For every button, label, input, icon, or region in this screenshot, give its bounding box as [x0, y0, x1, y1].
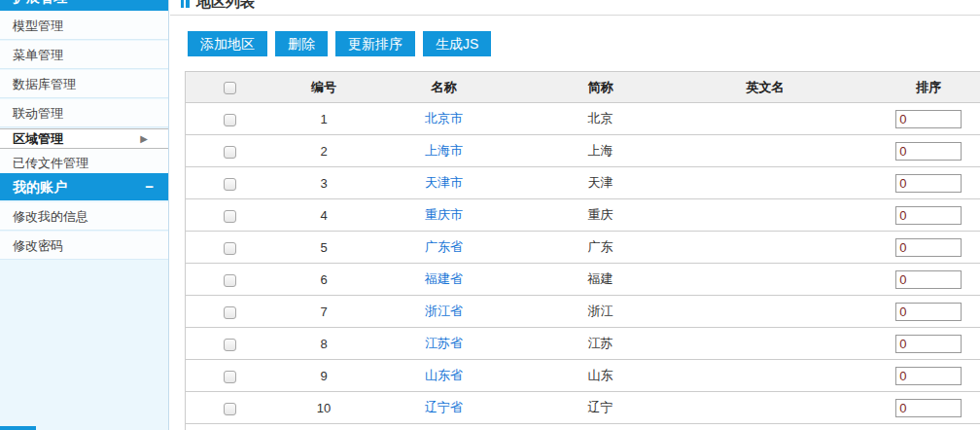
- cell-no: 2: [275, 135, 373, 167]
- region-name-link[interactable]: 辽宁省: [425, 400, 463, 414]
- minus-icon[interactable]: −: [145, 0, 154, 11]
- cell-short-name: 山东: [515, 360, 686, 392]
- table-row: 3天津市天津: [186, 167, 980, 199]
- select-all-checkbox[interactable]: [224, 82, 236, 94]
- sidebar-item[interactable]: 菜单管理: [0, 41, 168, 69]
- sidebar-item-label: 菜单管理: [13, 48, 63, 62]
- sidebar-item-label: 联动管理: [13, 106, 63, 121]
- cell-short-name: 重庆: [515, 199, 686, 232]
- cell-english-name: [686, 135, 845, 167]
- sort-input[interactable]: [895, 270, 962, 289]
- table-row: 8江苏省江苏: [186, 328, 980, 360]
- region-name-link[interactable]: 北京市: [425, 111, 463, 125]
- title-divider: [170, 15, 980, 16]
- page-title: 地区列表: [181, 0, 255, 13]
- sort-input[interactable]: [895, 206, 962, 225]
- cell-english-name: [686, 360, 845, 392]
- row-checkbox[interactable]: [224, 146, 236, 159]
- add-region-button[interactable]: 添加地区: [188, 31, 267, 56]
- sidebar: 扩展管理 − 模型管理菜单管理数据库管理联动管理区域管理▶已传文件管理 我的账户…: [0, 0, 169, 430]
- arrow-right-icon: ▶: [140, 129, 148, 148]
- table-row: 10辽宁省辽宁: [186, 392, 980, 424]
- sort-input[interactable]: [895, 110, 962, 128]
- cell-short-name: 江苏: [515, 328, 686, 360]
- region-name-link[interactable]: 江苏省: [425, 336, 463, 350]
- region-name-link[interactable]: 山东省: [425, 368, 463, 382]
- table-row: 4重庆市重庆: [186, 199, 980, 232]
- cell-short-name: 浙江: [515, 296, 686, 328]
- sidebar-item[interactable]: 数据库管理: [0, 70, 168, 98]
- row-checkbox[interactable]: [224, 403, 236, 415]
- region-name-link[interactable]: 上海市: [425, 143, 463, 158]
- list-bars-icon: [181, 0, 190, 8]
- table-row: 7浙江省浙江: [186, 296, 980, 328]
- sidebar-item[interactable]: 修改密码: [0, 232, 168, 260]
- app-window: 扩展管理 − 模型管理菜单管理数据库管理联动管理区域管理▶已传文件管理 我的账户…: [0, 0, 980, 430]
- toolbar: 添加地区删除更新排序生成JS: [188, 31, 499, 56]
- region-name-link[interactable]: 浙江省: [425, 304, 463, 318]
- cell-no: 8: [275, 328, 373, 360]
- sidebar-item[interactable]: 联动管理: [0, 99, 168, 127]
- sort-input[interactable]: [895, 399, 962, 417]
- cell-no: 4: [275, 199, 373, 232]
- cell-no: 1: [275, 103, 373, 135]
- row-checkbox[interactable]: [224, 114, 236, 126]
- sidebar-section-extension-header[interactable]: 扩展管理 −: [0, 0, 169, 11]
- sort-input[interactable]: [895, 174, 962, 193]
- cell-no: 7: [275, 296, 373, 328]
- cell-short-name: 上海: [515, 135, 686, 167]
- cell-no: 10: [275, 392, 373, 424]
- sidebar-item[interactable]: 模型管理: [0, 12, 168, 40]
- cell-english-name: [686, 199, 845, 232]
- region-name-link[interactable]: 天津市: [425, 175, 463, 190]
- sort-input[interactable]: [895, 303, 962, 321]
- cell-english-name: [686, 103, 845, 135]
- column-header-sort: 排序: [845, 72, 980, 103]
- cell-english-name: [686, 296, 845, 328]
- sidebar-item-label: 已传文件管理: [13, 156, 88, 170]
- column-header-short: 简称: [515, 72, 686, 103]
- cell-short-name: 广东: [515, 232, 686, 264]
- generate-js-button[interactable]: 生成JS: [423, 31, 491, 56]
- cell-short-name: 北京: [515, 103, 686, 135]
- table-row: 5广东省广东: [186, 232, 980, 264]
- sidebar-item-label: 模型管理: [13, 18, 63, 33]
- row-checkbox[interactable]: [224, 242, 236, 255]
- delete-button[interactable]: 删除: [275, 31, 328, 56]
- select-all-cell: [186, 72, 275, 103]
- cell-short-name: 辽宁: [515, 392, 686, 424]
- cell-english-name: [686, 392, 845, 424]
- region-name-link[interactable]: 福建省: [425, 271, 463, 286]
- partial-section-header: [0, 426, 36, 430]
- table-row: 9山东省山东: [186, 360, 980, 392]
- update-sort-button[interactable]: 更新排序: [335, 31, 415, 56]
- minus-icon[interactable]: −: [145, 173, 154, 200]
- sidebar-section-title: 扩展管理: [13, 0, 67, 5]
- row-checkbox[interactable]: [224, 306, 236, 319]
- row-checkbox[interactable]: [224, 178, 236, 191]
- sidebar-item[interactable]: 修改我的信息: [0, 202, 168, 231]
- region-name-link[interactable]: 广东省: [425, 239, 463, 254]
- row-checkbox[interactable]: [224, 371, 236, 383]
- sidebar-item-label: 修改我的信息: [13, 209, 88, 224]
- sidebar-section-account-header[interactable]: 我的账户 −: [0, 173, 169, 200]
- sort-input[interactable]: [895, 367, 962, 385]
- row-checkbox[interactable]: [224, 339, 236, 351]
- sort-input[interactable]: [895, 142, 962, 161]
- sidebar-item[interactable]: 区域管理▶: [0, 128, 169, 149]
- column-header-no: 编号: [275, 72, 373, 103]
- sort-input[interactable]: [895, 335, 962, 353]
- sidebar-item-label: 区域管理: [13, 131, 63, 146]
- sort-input[interactable]: [895, 238, 962, 257]
- cell-short-name: 福建: [515, 264, 686, 296]
- column-header-name: 名称: [373, 72, 515, 103]
- table-row: 1北京市北京: [186, 103, 980, 135]
- row-checkbox[interactable]: [224, 210, 236, 223]
- region-table: 编号 名称 简称 英文名 排序 1北京市北京2上海市上海3天津市天津4重庆市重庆…: [185, 71, 980, 430]
- region-name-link[interactable]: 重庆市: [425, 207, 463, 222]
- cell-short-name: 天津: [515, 167, 686, 199]
- row-checkbox[interactable]: [224, 274, 236, 287]
- sidebar-section-title: 我的账户: [13, 179, 67, 195]
- cell-english-name: [686, 264, 845, 296]
- sidebar-item-label: 数据库管理: [13, 77, 76, 91]
